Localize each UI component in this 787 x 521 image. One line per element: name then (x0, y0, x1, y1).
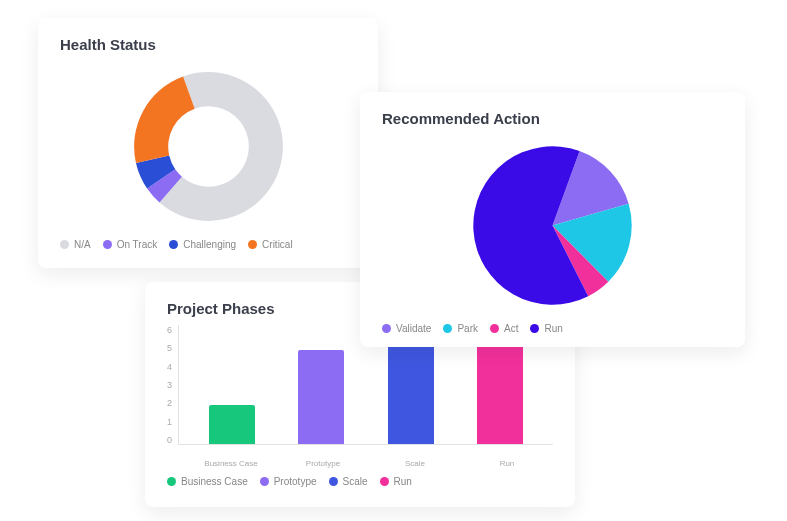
legend-item: Critical (248, 239, 293, 250)
donut-chart-svg (131, 69, 286, 224)
health-status-legend: N/AOn TrackChallengingCritical (60, 239, 356, 250)
legend-item: Business Case (167, 476, 248, 487)
legend-swatch (248, 240, 257, 249)
legend-label: Challenging (183, 239, 236, 250)
bar-group (461, 330, 540, 444)
x-axis-labels: Business CasePrototypeScaleRun (167, 459, 553, 468)
x-tick-label: Run (467, 459, 548, 468)
bar (298, 350, 344, 444)
recommended-action-chart (382, 135, 723, 315)
legend-swatch (443, 324, 452, 333)
legend-item: Validate (382, 323, 431, 334)
legend-swatch (167, 477, 176, 486)
y-tick: 6 (167, 325, 172, 335)
y-axis: 6543210 (167, 325, 178, 445)
legend-label: Run (544, 323, 562, 334)
legend-swatch (60, 240, 69, 249)
legend-swatch (260, 477, 269, 486)
legend-swatch (329, 477, 338, 486)
y-tick: 2 (167, 398, 172, 408)
legend-swatch (490, 324, 499, 333)
recommended-action-title: Recommended Action (382, 110, 723, 127)
y-tick: 4 (167, 362, 172, 372)
legend-label: Act (504, 323, 518, 334)
legend-swatch (380, 477, 389, 486)
legend-item: On Track (103, 239, 158, 250)
health-status-card: Health Status N/AOn TrackChallengingCrit… (38, 18, 378, 268)
legend-label: N/A (74, 239, 91, 250)
bar-group (192, 405, 271, 444)
recommended-action-legend: ValidateParkActRun (382, 323, 723, 334)
x-tick-label: Prototype (283, 459, 364, 468)
bar (388, 330, 434, 444)
legend-item: Park (443, 323, 478, 334)
bar (477, 330, 523, 444)
pie-slice (134, 76, 195, 162)
legend-label: Validate (396, 323, 431, 334)
x-tick-label: Scale (375, 459, 456, 468)
legend-swatch (530, 324, 539, 333)
legend-item: Scale (329, 476, 368, 487)
y-tick: 5 (167, 343, 172, 353)
health-status-title: Health Status (60, 36, 356, 53)
legend-swatch (169, 240, 178, 249)
bar-group (282, 350, 361, 444)
y-tick: 1 (167, 417, 172, 427)
legend-item: Act (490, 323, 518, 334)
legend-label: On Track (117, 239, 158, 250)
bar (209, 405, 255, 444)
legend-swatch (103, 240, 112, 249)
legend-label: Business Case (181, 476, 248, 487)
legend-label: Run (394, 476, 412, 487)
y-tick: 3 (167, 380, 172, 390)
legend-item: Run (380, 476, 412, 487)
legend-label: Prototype (274, 476, 317, 487)
legend-item: N/A (60, 239, 91, 250)
pie-chart-svg (470, 143, 635, 308)
legend-item: Challenging (169, 239, 236, 250)
x-tick-label: Business Case (191, 459, 272, 468)
legend-item: Prototype (260, 476, 317, 487)
legend-item: Run (530, 323, 562, 334)
recommended-action-card: Recommended Action ValidateParkActRun (360, 92, 745, 347)
bar-group (371, 330, 450, 444)
legend-swatch (382, 324, 391, 333)
legend-label: Park (457, 323, 478, 334)
legend-label: Critical (262, 239, 293, 250)
legend-label: Scale (343, 476, 368, 487)
y-tick: 0 (167, 435, 172, 445)
project-phases-legend: Business CasePrototypeScaleRun (167, 476, 553, 487)
health-status-chart (60, 61, 356, 231)
